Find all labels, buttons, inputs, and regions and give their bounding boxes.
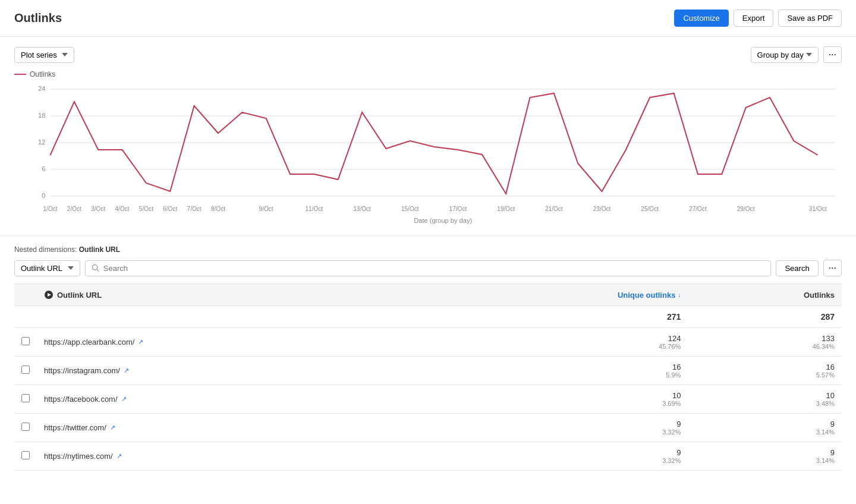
table-row: https://facebook.com/ ↗ 10 3.69% 10 3.48… bbox=[14, 385, 842, 414]
row-outlinks-value: 16 bbox=[826, 363, 835, 371]
row-checkbox-cell[interactable] bbox=[14, 385, 37, 414]
row-checkbox[interactable] bbox=[21, 451, 30, 459]
row-outlinks-pct: 3.14% bbox=[695, 429, 835, 436]
svg-text:6: 6 bbox=[42, 165, 45, 172]
svg-text:5/Oct: 5/Oct bbox=[139, 206, 153, 212]
row-url: https://facebook.com/ bbox=[44, 395, 118, 404]
external-link-icon[interactable]: ↗ bbox=[124, 367, 129, 374]
customize-button[interactable]: Customize bbox=[674, 10, 728, 27]
external-link-icon[interactable]: ↗ bbox=[121, 395, 127, 403]
row-checkbox-cell[interactable] bbox=[14, 442, 37, 471]
table-more-button[interactable]: ··· bbox=[823, 260, 842, 276]
row-outlinks-value: 9 bbox=[830, 448, 835, 457]
export-button[interactable]: Export bbox=[734, 10, 774, 27]
row-outlinks: 9 3.14% bbox=[688, 442, 842, 471]
row-checkbox-cell[interactable] bbox=[14, 328, 37, 357]
data-table: Outlink URL Unique outlinks ↓ Outlinks bbox=[14, 284, 842, 471]
row-unique-value: 124 bbox=[668, 334, 681, 343]
search-button[interactable]: Search bbox=[776, 260, 818, 276]
row-unique-outlinks: 16 5.9% bbox=[424, 357, 688, 385]
row-url-cell: https://twitter.com/ ↗ bbox=[37, 414, 424, 442]
svg-text:8/Oct: 8/Oct bbox=[211, 206, 225, 212]
external-link-icon[interactable]: ↗ bbox=[117, 452, 122, 460]
row-outlinks-pct: 46.34% bbox=[695, 343, 835, 350]
page-title: Outlinks bbox=[14, 11, 62, 25]
chart-svg: 24 18 12 6 0 1/Oct 2/Oct 3/Oct 4/Oct 5/O… bbox=[14, 83, 842, 226]
dimension-dropdown[interactable]: Outlink URL bbox=[14, 260, 80, 276]
row-checkbox[interactable] bbox=[21, 423, 30, 431]
row-url: https://app.clearbank.com/ bbox=[44, 338, 134, 346]
chevron-down-icon bbox=[806, 53, 812, 56]
row-outlinks: 9 3.14% bbox=[688, 414, 842, 442]
totals-unique-outlinks: 271 bbox=[424, 306, 688, 328]
row-checkbox[interactable] bbox=[21, 394, 30, 402]
table-row: https://nytimes.com/ ↗ 9 3.32% 9 3.14% bbox=[14, 442, 842, 471]
row-url-cell: https://instagram.com/ ↗ bbox=[37, 357, 424, 385]
svg-text:29/Oct: 29/Oct bbox=[737, 206, 755, 212]
save-pdf-button[interactable]: Save as PDF bbox=[778, 10, 842, 27]
row-unique-outlinks: 10 3.69% bbox=[424, 385, 688, 414]
row-outlinks-value: 133 bbox=[822, 334, 835, 343]
svg-text:Date (group by day): Date (group by day) bbox=[414, 217, 472, 224]
play-icon bbox=[44, 290, 54, 300]
th-outlink-url: Outlink URL bbox=[37, 284, 424, 306]
chart-more-button[interactable]: ··· bbox=[823, 46, 842, 63]
svg-text:17/Oct: 17/Oct bbox=[449, 206, 467, 212]
row-url-cell: https://facebook.com/ ↗ bbox=[37, 385, 424, 414]
row-url: https://instagram.com/ bbox=[44, 366, 120, 375]
row-checkbox-cell[interactable] bbox=[14, 357, 37, 385]
svg-text:2/Oct: 2/Oct bbox=[67, 206, 81, 212]
svg-text:11/Oct: 11/Oct bbox=[306, 206, 323, 212]
search-wrapper bbox=[85, 260, 771, 276]
row-unique-value: 16 bbox=[672, 363, 681, 371]
row-unique-pct: 3.69% bbox=[431, 400, 681, 407]
chart-legend: Outlinks bbox=[14, 70, 842, 78]
svg-text:12: 12 bbox=[38, 138, 45, 146]
row-checkbox-cell[interactable] bbox=[14, 414, 37, 442]
row-unique-outlinks: 124 45.76% bbox=[424, 328, 688, 357]
svg-text:31/Oct: 31/Oct bbox=[809, 206, 827, 212]
group-by-label: Group by day bbox=[757, 51, 804, 59]
header-actions: Customize Export Save as PDF bbox=[674, 10, 842, 27]
row-url-cell: https://nytimes.com/ ↗ bbox=[37, 442, 424, 471]
row-outlinks-value: 10 bbox=[826, 391, 835, 400]
svg-text:1/Oct: 1/Oct bbox=[43, 206, 57, 212]
row-outlinks: 16 5.57% bbox=[688, 357, 842, 385]
svg-text:7/Oct: 7/Oct bbox=[187, 206, 202, 212]
row-outlinks: 10 3.48% bbox=[688, 385, 842, 414]
table-totals-row: 271 287 bbox=[14, 306, 842, 328]
svg-text:9/Oct: 9/Oct bbox=[259, 206, 273, 212]
chart-container: 24 18 12 6 0 1/Oct 2/Oct 3/Oct 4/Oct 5/O… bbox=[14, 83, 842, 226]
search-input[interactable] bbox=[103, 264, 765, 273]
row-unique-value: 9 bbox=[676, 448, 681, 457]
table-row: https://instagram.com/ ↗ 16 5.9% 16 5.57… bbox=[14, 357, 842, 385]
row-checkbox[interactable] bbox=[21, 366, 30, 374]
th-checkbox bbox=[14, 284, 37, 306]
plot-series-dropdown[interactable]: Plot series bbox=[14, 47, 74, 63]
external-link-icon[interactable]: ↗ bbox=[138, 338, 143, 346]
svg-text:13/Oct: 13/Oct bbox=[353, 206, 371, 212]
totals-url-cell bbox=[37, 306, 424, 328]
table-row: https://twitter.com/ ↗ 9 3.32% 9 3.14% bbox=[14, 414, 842, 442]
row-checkbox[interactable] bbox=[21, 337, 30, 345]
row-unique-value: 9 bbox=[676, 420, 681, 429]
external-link-icon[interactable]: ↗ bbox=[110, 424, 115, 431]
chart-right-controls: Group by day ··· bbox=[751, 46, 842, 63]
group-by-button[interactable]: Group by day bbox=[751, 47, 819, 63]
chart-section: Plot series Group by day ··· Outlinks 24… bbox=[0, 37, 856, 236]
table-row: https://app.clearbank.com/ ↗ 124 45.76% … bbox=[14, 328, 842, 357]
row-unique-outlinks: 9 3.32% bbox=[424, 442, 688, 471]
row-outlinks-pct: 3.48% bbox=[695, 400, 835, 407]
row-unique-pct: 45.76% bbox=[431, 343, 681, 350]
svg-text:18: 18 bbox=[38, 112, 45, 119]
svg-point-31 bbox=[92, 264, 97, 270]
row-outlinks-pct: 5.57% bbox=[695, 371, 835, 379]
page-header: Outlinks Customize Export Save as PDF bbox=[0, 0, 856, 37]
row-unique-outlinks: 9 3.32% bbox=[424, 414, 688, 442]
legend-line-icon bbox=[14, 74, 26, 75]
row-url: https://twitter.com/ bbox=[44, 423, 106, 432]
row-outlinks-value: 9 bbox=[830, 420, 835, 429]
svg-text:27/Oct: 27/Oct bbox=[689, 206, 707, 212]
sort-arrow-icon: ↓ bbox=[678, 292, 681, 298]
th-unique-outlinks[interactable]: Unique outlinks ↓ bbox=[424, 284, 688, 306]
